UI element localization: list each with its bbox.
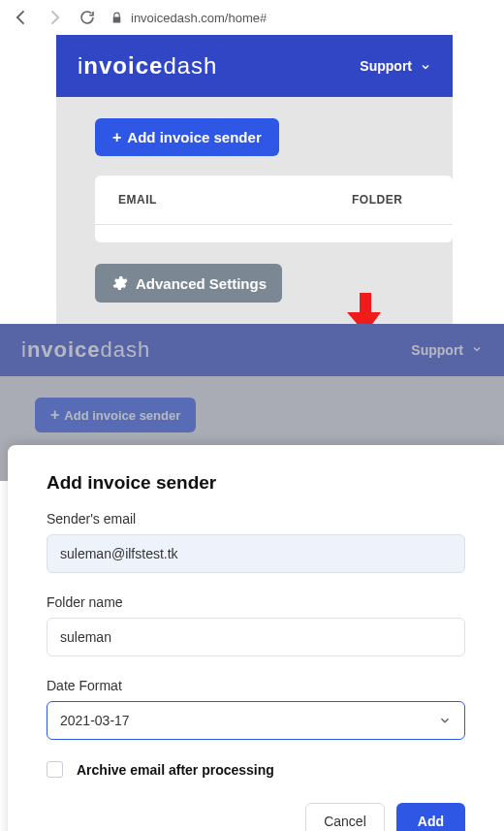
senders-table: EMAIL FOLDER: [95, 176, 453, 242]
archive-checkbox-row: Archive email after processing: [47, 761, 465, 778]
browser-bar: invoicedash.com/home#: [0, 0, 504, 35]
add-button-label: Add invoice sender: [127, 129, 261, 145]
support-dropdown-2[interactable]: Support: [411, 342, 483, 358]
date-format-field: Date Format: [47, 678, 465, 740]
app-header-top: invoicedash Support: [56, 35, 453, 97]
chevron-down-icon-2: [471, 342, 483, 358]
archive-checkbox[interactable]: [47, 761, 63, 778]
panel-top: invoicedash Support + Add invoice sender…: [56, 35, 453, 324]
url-text: invoicedash.com/home#: [131, 11, 267, 25]
archive-checkbox-label: Archive email after processing: [77, 762, 274, 778]
folder-name-label: Folder name: [47, 594, 465, 610]
dialog-title: Add invoice sender: [47, 472, 465, 494]
column-folder: FOLDER: [352, 193, 429, 207]
date-format-select[interactable]: [47, 701, 465, 740]
brand-logo: invoicedash: [78, 52, 217, 80]
advanced-settings-button[interactable]: Advanced Settings: [95, 264, 282, 303]
date-format-label: Date Format: [47, 678, 465, 693]
brand-logo-2: invoicedash: [21, 337, 150, 363]
dialog-actions: Cancel Add: [47, 803, 465, 831]
cancel-button[interactable]: Cancel: [305, 803, 385, 831]
support-label-2: Support: [411, 342, 463, 358]
lock-icon: [110, 12, 123, 24]
panel-top-body: + Add invoice sender EMAIL FOLDER Advanc…: [56, 97, 453, 324]
folder-name-input[interactable]: [47, 618, 465, 656]
sender-email-field: Sender's email: [47, 511, 465, 573]
chevron-down-icon: [420, 60, 431, 72]
sender-email-label: Sender's email: [47, 511, 465, 527]
add-invoice-sender-button-2[interactable]: + Add invoice sender: [35, 398, 196, 432]
add-button[interactable]: Add: [396, 803, 465, 831]
reload-icon[interactable]: [78, 8, 97, 27]
forward-arrow-icon[interactable]: [45, 8, 64, 27]
support-label: Support: [360, 58, 412, 74]
gear-icon: [110, 274, 128, 292]
sender-email-input[interactable]: [47, 534, 465, 573]
address-bar[interactable]: invoicedash.com/home#: [110, 11, 267, 25]
plus-icon: +: [112, 130, 121, 145]
table-header: EMAIL FOLDER: [95, 176, 453, 224]
add-invoice-sender-button[interactable]: + Add invoice sender: [95, 118, 279, 156]
plus-icon-2: +: [50, 407, 59, 423]
table-divider: [95, 224, 453, 225]
support-dropdown[interactable]: Support: [360, 58, 431, 74]
column-email: EMAIL: [118, 193, 352, 207]
folder-name-field: Folder name: [47, 594, 465, 656]
back-arrow-icon[interactable]: [12, 8, 31, 27]
add-sender-dialog: Add invoice sender Sender's email Folder…: [8, 445, 504, 831]
advanced-settings-label: Advanced Settings: [136, 275, 267, 292]
app-header-bottom: invoicedash Support: [0, 324, 504, 376]
add-button-label-2: Add invoice sender: [64, 408, 180, 423]
